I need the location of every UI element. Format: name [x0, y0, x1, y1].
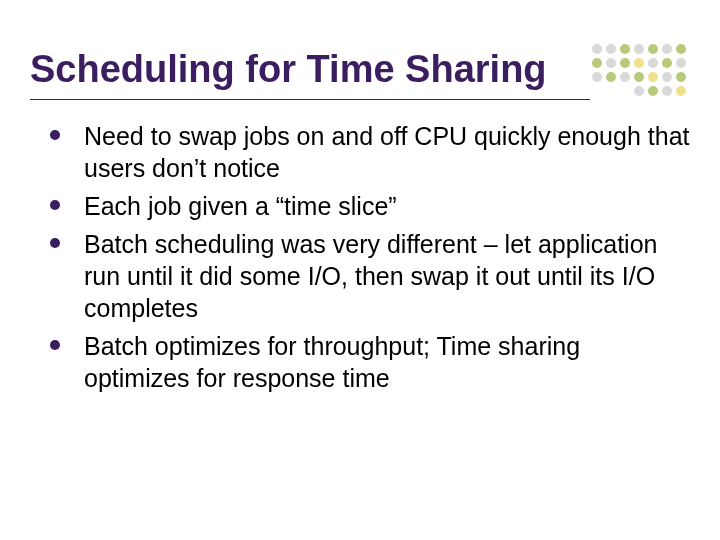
page-title: Scheduling for Time Sharing: [30, 48, 690, 91]
list-item: Each job given a “time slice”: [36, 190, 690, 222]
list-item-text: Each job given a “time slice”: [84, 192, 397, 220]
bullet-list: Need to swap jobs on and off CPU quickly…: [36, 120, 690, 394]
decorative-dots-icon: [592, 44, 702, 114]
list-item: Batch optimizes for throughput; Time sha…: [36, 330, 690, 394]
list-item: Need to swap jobs on and off CPU quickly…: [36, 120, 690, 184]
bullet-icon: [50, 130, 60, 140]
bullet-icon: [50, 238, 60, 248]
bullet-icon: [50, 200, 60, 210]
list-item-text: Batch optimizes for throughput; Time sha…: [84, 332, 580, 392]
list-item-text: Batch scheduling was very different – le…: [84, 230, 658, 322]
list-item-text: Need to swap jobs on and off CPU quickly…: [84, 122, 689, 182]
list-item: Batch scheduling was very different – le…: [36, 228, 690, 324]
title-underline: [30, 99, 590, 100]
bullet-icon: [50, 340, 60, 350]
slide: Scheduling for Time Sharing Need to swap: [0, 0, 720, 540]
